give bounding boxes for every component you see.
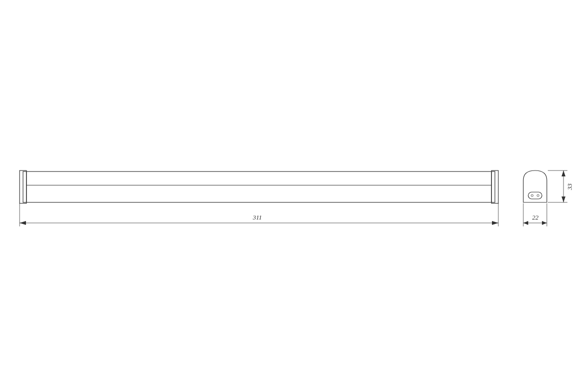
dim-height-label: 33 [566,184,574,190]
drawing-canvas: 311 22 33 [0,0,588,392]
front-elevation [0,0,588,392]
svg-point-13 [537,195,539,196]
svg-point-12 [531,195,533,196]
svg-marker-9 [20,221,26,225]
svg-marker-10 [492,221,498,225]
svg-rect-11 [528,192,542,199]
svg-rect-0 [23,172,495,202]
svg-marker-17 [523,221,528,225]
svg-marker-23 [562,196,565,202]
dim-width-label: 22 [532,214,539,221]
svg-marker-18 [542,221,547,225]
svg-marker-22 [562,171,565,176]
dim-length-label: 311 [253,214,262,221]
